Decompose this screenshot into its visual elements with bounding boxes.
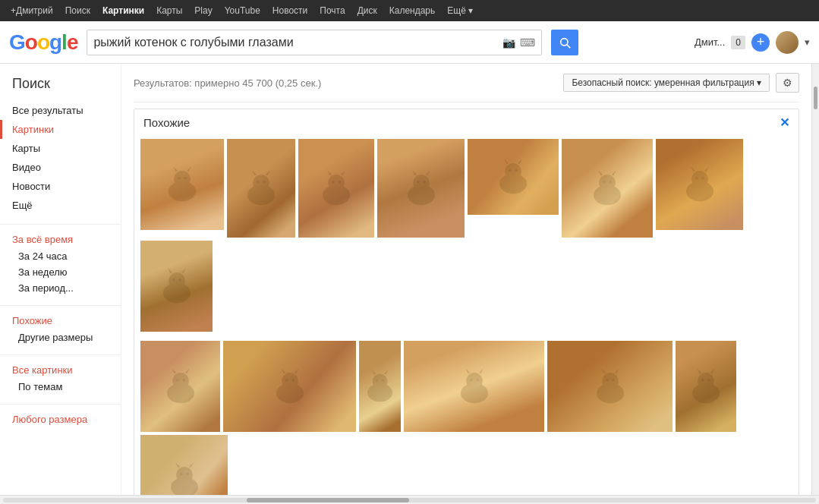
- image-thumb[interactable]: [140, 341, 220, 432]
- svg-marker-17: [341, 170, 345, 175]
- svg-point-25: [423, 181, 426, 184]
- sidebar-item-maps[interactable]: Карты: [0, 139, 121, 158]
- image-thumb[interactable]: [656, 139, 743, 230]
- similar-section-title[interactable]: Похожие: [0, 312, 121, 329]
- svg-marker-10: [252, 170, 257, 175]
- avatar-image: [776, 31, 799, 54]
- header: Google 📷 ⌨ Дмит... 0 + ▾: [0, 21, 819, 64]
- svg-point-54: [176, 379, 179, 382]
- svg-point-21: [413, 175, 430, 191]
- size-section-title[interactable]: Любого размера: [0, 411, 121, 428]
- svg-point-90: [180, 473, 183, 476]
- svg-point-72: [470, 379, 473, 382]
- svg-marker-28: [504, 159, 509, 164]
- svg-point-51: [172, 373, 189, 389]
- image-thumb[interactable]: [140, 435, 228, 495]
- svg-marker-41: [704, 166, 709, 172]
- nav-calendar[interactable]: Календарь: [385, 5, 440, 16]
- nav-disk[interactable]: Диск: [353, 5, 382, 16]
- nav-dmitry[interactable]: +Дмитрий: [6, 5, 58, 16]
- main-content: Результатов: примерно 45 700 (0,25 сек.)…: [121, 64, 811, 495]
- search-button[interactable]: [551, 30, 578, 55]
- svg-point-63: [373, 374, 388, 389]
- camera-icon[interactable]: 📷: [502, 36, 515, 49]
- svg-marker-64: [372, 370, 376, 375]
- sidebar-period[interactable]: За период...: [0, 280, 121, 296]
- user-name[interactable]: Дмит...: [695, 36, 725, 48]
- svg-marker-71: [479, 368, 484, 373]
- svg-point-85: [707, 379, 710, 382]
- svg-point-31: [515, 169, 518, 172]
- svg-point-81: [698, 373, 714, 389]
- svg-point-67: [382, 380, 384, 382]
- svg-point-61: [291, 379, 295, 382]
- svg-marker-88: [175, 462, 180, 468]
- svg-point-24: [417, 181, 420, 184]
- svg-point-36: [603, 181, 606, 184]
- image-thumb[interactable]: [562, 139, 653, 238]
- sidebar-item-video[interactable]: Видео: [0, 158, 121, 177]
- image-thumb[interactable]: [359, 341, 401, 432]
- svg-marker-82: [697, 368, 701, 373]
- svg-point-87: [176, 467, 193, 484]
- sidebar-item-all[interactable]: Все результаты: [0, 101, 121, 120]
- svg-point-12: [257, 181, 260, 184]
- image-thumb[interactable]: [298, 139, 374, 238]
- sidebar-item-news[interactable]: Новости: [0, 177, 121, 196]
- nav-images[interactable]: Картинки: [98, 5, 149, 16]
- time-section-title[interactable]: За всё время: [0, 231, 121, 248]
- nav-play[interactable]: Play: [190, 5, 216, 16]
- nav-search[interactable]: Поиск: [61, 5, 95, 16]
- page-scrollbar[interactable]: [811, 64, 819, 495]
- image-thumb[interactable]: [404, 341, 544, 432]
- svg-point-18: [332, 181, 335, 184]
- google-logo[interactable]: Google: [9, 30, 77, 55]
- all-images-section: Все картинки По темам: [0, 354, 121, 395]
- похожие-close-button[interactable]: ✕: [780, 115, 789, 130]
- nav-youtube[interactable]: YouTube: [220, 5, 265, 16]
- image-thumb[interactable]: [223, 341, 356, 432]
- image-thumb[interactable]: [227, 139, 295, 238]
- image-thumb[interactable]: [140, 139, 224, 230]
- nav-more[interactable]: Ещё ▾: [443, 5, 477, 16]
- sidebar-title: Поиск: [0, 76, 121, 101]
- nav-news[interactable]: Новости: [268, 5, 312, 16]
- all-images-title[interactable]: Все картинки: [0, 361, 121, 379]
- svg-point-6: [178, 177, 181, 180]
- add-button[interactable]: +: [751, 33, 770, 52]
- svg-point-57: [282, 373, 298, 389]
- svg-point-33: [599, 175, 616, 191]
- sidebar-24h[interactable]: За 24 часа: [0, 248, 121, 264]
- settings-button[interactable]: ⚙: [776, 73, 799, 93]
- svg-point-78: [606, 379, 609, 382]
- safe-search-button[interactable]: Безопасный поиск: умеренная фильтрация ▾: [563, 74, 770, 92]
- svg-marker-59: [295, 368, 299, 373]
- nav-maps[interactable]: Карты: [152, 5, 187, 16]
- svg-marker-46: [168, 268, 172, 273]
- sidebar-by-topic[interactable]: По темам: [0, 379, 121, 395]
- search-input[interactable]: [93, 36, 498, 49]
- sidebar-item-more[interactable]: Ещё: [0, 196, 121, 215]
- image-thumb[interactable]: [140, 241, 213, 332]
- похожие-section: Похожие ✕: [134, 109, 799, 495]
- svg-marker-40: [691, 166, 695, 172]
- sidebar-week[interactable]: За неделю: [0, 264, 121, 280]
- time-section: За всё время За 24 часа За неделю За пер…: [0, 224, 121, 296]
- svg-marker-58: [281, 368, 285, 373]
- nav-mail[interactable]: Почта: [315, 5, 349, 16]
- avatar[interactable]: [776, 31, 799, 54]
- sidebar-item-images[interactable]: Картинки: [0, 120, 121, 139]
- sidebar: Поиск Все результаты Картинки Карты Виде…: [0, 64, 121, 495]
- sidebar-other-sizes[interactable]: Другие размеры: [0, 329, 121, 345]
- image-thumb[interactable]: [547, 341, 673, 432]
- scrollbar-thumb: [247, 498, 409, 502]
- keyboard-icon[interactable]: ⌨: [520, 36, 535, 49]
- account-dropdown-icon[interactable]: ▾: [805, 36, 810, 48]
- image-thumb[interactable]: [676, 341, 736, 432]
- svg-point-27: [505, 163, 521, 180]
- image-thumb[interactable]: [468, 139, 559, 215]
- notification-badge[interactable]: 0: [731, 36, 745, 49]
- svg-marker-16: [327, 170, 332, 175]
- image-thumb[interactable]: [377, 139, 465, 238]
- bottom-scrollbar[interactable]: [0, 495, 819, 504]
